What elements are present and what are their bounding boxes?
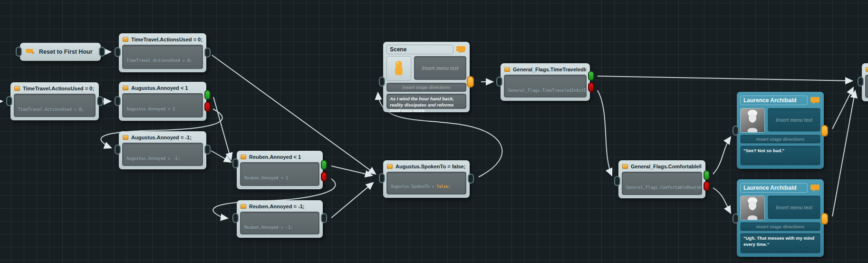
script-body[interactable]: TimeTravel.ActionsUsed = 0; TimeTravel.C… <box>14 94 96 117</box>
instruction-icon <box>866 67 868 72</box>
condition-icon <box>241 155 246 159</box>
input-pin[interactable] <box>115 145 121 155</box>
code-line: General_Flags.ComfortableRewinding <box>626 185 698 190</box>
instruction-icon <box>123 135 128 140</box>
speaker-name: Laurence Archibald <box>740 183 808 193</box>
output-pin[interactable] <box>204 145 211 155</box>
instruction-icon <box>387 164 393 169</box>
speaker-name: Laurence Archibald <box>740 96 808 105</box>
connection-arrow[interactable] <box>598 90 612 175</box>
script-body[interactable]: Reuben.Annoyed < 1 <box>240 162 319 186</box>
code-line: Augustus.SpokenTo = false; <box>391 185 462 190</box>
node-condition-augustus-annoyed[interactable]: Augustus.Annoyed < 1 Augustus.Annoyed < … <box>119 82 206 121</box>
input-pin[interactable] <box>115 47 121 57</box>
input-pin[interactable] <box>379 77 385 87</box>
stage-directions-field[interactable]: Insert stage directions <box>386 83 466 92</box>
code-line: Reuben.Annoyed < 1 <box>244 175 315 181</box>
menu-text-field[interactable]: Insert menu text <box>414 56 466 80</box>
false-output-pin[interactable] <box>704 181 710 191</box>
connection-arrow[interactable] <box>598 76 852 81</box>
condition-icon <box>123 86 128 90</box>
character-portrait[interactable] <box>740 108 765 133</box>
menu-text-row: Insert menu text <box>740 108 820 132</box>
input-pin[interactable] <box>232 213 239 223</box>
input-pin[interactable] <box>496 77 502 87</box>
input-pin[interactable] <box>232 158 239 168</box>
menu-text-field[interactable]: Insert menu text <box>768 195 820 219</box>
connection-arrow[interactable] <box>713 137 731 174</box>
condition-icon <box>622 164 628 169</box>
instruction-icon <box>123 37 128 42</box>
connection-arrow[interactable] <box>331 183 373 218</box>
output-pin[interactable] <box>821 213 828 224</box>
false-output-pin[interactable] <box>588 82 594 92</box>
stage-directions-field[interactable]: Insert stage directions <box>740 222 820 231</box>
script-body[interactable]: Reuben.Annoyed = -1; <box>240 212 319 234</box>
menu-text-field[interactable]: Insert menu text <box>768 108 820 132</box>
code-line: TimeTravel.ActionsUsed = 0; <box>18 107 91 112</box>
true-output-pin[interactable] <box>321 160 327 170</box>
connection-arrow[interactable] <box>211 151 231 162</box>
node-title: General_Flags.TimeTraveledInAc... <box>513 67 586 72</box>
connection-arrow[interactable] <box>832 88 853 129</box>
code-line: Reuben.Annoyed = -1; <box>244 225 315 230</box>
output-pin[interactable] <box>321 213 327 223</box>
output-pin[interactable] <box>821 125 828 136</box>
node-instruction-spokento-reset[interactable]: Augustus.SpokenTo = false; Augustus.Spok… <box>383 160 470 198</box>
input-pin[interactable] <box>115 96 121 106</box>
node-instruction-reuben-set[interactable]: Reuben.Annoyed = -1; Reuben.Annoyed = -1… <box>237 200 323 238</box>
connection-arrow[interactable] <box>832 91 855 216</box>
node-title: TimeTravel.ActionsUsed = 0; <box>23 86 94 91</box>
false-output-pin[interactable] <box>204 102 211 112</box>
node-condition-comfortable-rewinding[interactable]: General_Flags.ComfortableRewi... General… <box>618 160 705 198</box>
script-body[interactable]: TimeTravel.ActionsUsed = 0; TimeTravel.C… <box>122 45 203 69</box>
menu-text-row: Insert menu text <box>386 56 466 80</box>
script-body[interactable]: Augustus.Annoyed = -1; <box>122 143 203 166</box>
condition-icon <box>504 67 510 72</box>
dialogue-text[interactable]: "See? Not so bad." <box>740 146 820 166</box>
true-output-pin[interactable] <box>588 71 594 81</box>
output-pin[interactable] <box>204 48 211 58</box>
script-body[interactable]: General_Flags.TimeTraveledInActII <box>504 75 587 97</box>
scene-portrait[interactable] <box>386 56 411 81</box>
script-body[interactable]: General_Flags.ComfortableRewinding <box>622 172 702 195</box>
node-reset-to-first-hour[interactable]: Reset to First Hour <box>20 43 101 61</box>
connection-arrow[interactable] <box>713 188 731 213</box>
input-pin[interactable] <box>733 126 739 136</box>
node-instruction-timetravel-reset[interactable]: TimeTravel.ActionsUsed = 0; TimeTravel.A… <box>119 33 206 72</box>
output-pin[interactable] <box>99 47 105 57</box>
hub-label: Reset to First Hour <box>39 49 93 55</box>
output-pin[interactable] <box>467 76 474 88</box>
node-dialogue-laurence-1[interactable]: Laurence Archibald Insert menu text Inse… <box>737 92 824 169</box>
portrait-photo <box>741 196 764 220</box>
input-pin[interactable] <box>6 96 12 106</box>
script-body[interactable] <box>865 75 868 98</box>
character-portrait[interactable] <box>740 195 765 220</box>
scene-text[interactable]: As I wind the hour hand back, reality di… <box>386 94 466 109</box>
output-pin[interactable] <box>97 96 103 106</box>
dialogue-text[interactable]: "Ugh. That messes with my mind every tim… <box>740 233 820 253</box>
node-title: Augustus.Annoyed < 1 <box>131 85 188 91</box>
input-pin[interactable] <box>614 176 620 186</box>
true-output-pin[interactable] <box>204 90 211 100</box>
node-scene[interactable]: Scene Insert menu text Insert stage dire… <box>383 42 470 112</box>
input-pin[interactable] <box>16 47 22 57</box>
node-dialogue-laurence-2[interactable]: Laurence Archibald Insert menu text Inse… <box>737 179 824 257</box>
node-condition-timetraveled-actii[interactable]: General_Flags.TimeTraveledInAc... Genera… <box>501 63 590 101</box>
true-output-pin[interactable] <box>704 170 710 180</box>
node-instruction-timetravel-hour1[interactable]: TimeTravel.ActionsUsed = 0; TimeTravel.A… <box>10 82 99 120</box>
flow-canvas[interactable]: Reset to First Hour TimeTravel.ActionsUs… <box>0 0 868 263</box>
input-pin[interactable] <box>379 173 385 183</box>
input-pin[interactable] <box>733 214 739 224</box>
code-line: Augustus.Annoyed = -1; <box>126 156 199 161</box>
connection-arrow[interactable] <box>213 97 231 160</box>
output-pin[interactable] <box>468 174 474 184</box>
input-pin[interactable] <box>858 77 864 87</box>
script-body[interactable]: Augustus.SpokenTo = false; Reuben.Spoken… <box>386 172 466 195</box>
script-body[interactable]: Augustus.Annoyed < 1 <box>122 93 203 117</box>
stage-directions-field[interactable]: Insert stage directions <box>740 135 820 144</box>
false-output-pin[interactable] <box>321 172 327 182</box>
node-instruction-augustus-set[interactable]: Augustus.Annoyed = -1; Augustus.Annoyed … <box>119 131 206 169</box>
pawn-icon <box>393 60 405 77</box>
node-condition-reuben-annoyed[interactable]: Reuben.Annoyed < 1 Reuben.Annoyed < 1 <box>237 151 323 189</box>
